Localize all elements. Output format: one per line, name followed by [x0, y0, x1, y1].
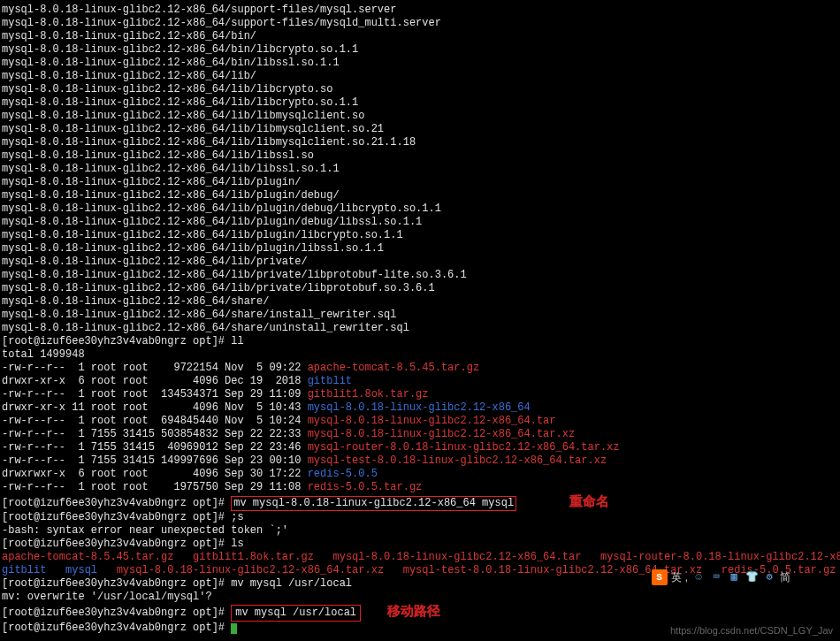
- ls-item: gitblit: [2, 564, 46, 576]
- ls-item: mysql-8.0.18-linux-glibc2.12-x86_64.tar: [332, 551, 581, 563]
- tar-extract-line: mysql-8.0.18-linux-glibc2.12-x86_64/lib/…: [2, 136, 838, 149]
- mv-overwrite: mv: overwrite '/usr/local/mysql'?: [2, 591, 838, 604]
- tar-extract-line: mysql-8.0.18-linux-glibc2.12-x86_64/lib/…: [2, 110, 838, 123]
- ime-keyboard-icon[interactable]: ⌨: [709, 570, 723, 584]
- bash-error: -bash: syntax error near unexpected toke…: [2, 524, 838, 538]
- prompt-ll: [root@izuf6ee30yhz3v4vab0ngrz opt]# ll: [2, 335, 838, 348]
- terminal-output[interactable]: mysql-8.0.18-linux-glibc2.12-x86_64/supp…: [0, 0, 840, 638]
- tar-extract-line: mysql-8.0.18-linux-glibc2.12-x86_64/lib/…: [2, 176, 838, 189]
- tar-extract-line: mysql-8.0.18-linux-glibc2.12-x86_64/supp…: [2, 4, 838, 17]
- ls-item: gitblit1.8ok.tar.gz: [193, 551, 314, 563]
- tar-extract-line: mysql-8.0.18-linux-glibc2.12-x86_64/lib/: [2, 70, 838, 83]
- prompt-mv3: [root@izuf6ee30yhz3v4vab0ngrz opt]# mv m…: [2, 604, 838, 622]
- tar-extract-line: mysql-8.0.18-linux-glibc2.12-x86_64/lib/…: [2, 229, 838, 242]
- ls-item: apache-tomcat-8.5.45.tar.gz: [2, 551, 173, 563]
- tar-extract-line: mysql-8.0.18-linux-glibc2.12-x86_64/supp…: [2, 17, 838, 30]
- tar-extract-line: mysql-8.0.18-linux-glibc2.12-x86_64/lib/…: [2, 96, 838, 110]
- ime-lang-label[interactable]: 英: [671, 571, 682, 584]
- tar-extract-line: mysql-8.0.18-linux-glibc2.12-x86_64/lib/…: [2, 163, 838, 176]
- ls-item: mysql-8.0.18-linux-glibc2.12-x86_64.tar.…: [117, 564, 384, 576]
- tar-extract-line: mysql-8.0.18-linux-glibc2.12-x86_64/shar…: [2, 309, 838, 322]
- tar-extract-line: mysql-8.0.18-linux-glibc2.12-x86_64/bin/…: [2, 57, 838, 70]
- watermark: https://blog.csdn.net/CSDN_LGY_Jav: [670, 624, 833, 637]
- annotation-move: 移动路径: [387, 603, 440, 618]
- prompt-semicolon: [root@izuf6ee30yhz3v4vab0ngrz opt]# ;s: [2, 511, 838, 524]
- tar-extract-line: mysql-8.0.18-linux-glibc2.12-x86_64/lib/…: [2, 123, 838, 136]
- tar-extract-line: mysql-8.0.18-linux-glibc2.12-x86_64/lib/…: [2, 149, 838, 163]
- tar-extract-line: mysql-8.0.18-linux-glibc2.12-x86_64/bin/: [2, 30, 838, 43]
- ll-row: drwxr-xr-x 6 root root 4096 Dec 19 2018 …: [2, 375, 838, 388]
- ll-row: drwxr-xr-x 11 root root 4096 Nov 5 10:43…: [2, 401, 838, 415]
- prompt-mv1: [root@izuf6ee30yhz3v4vab0ngrz opt]# mv m…: [2, 494, 838, 511]
- ime-smiley-icon[interactable]: ☺: [691, 570, 706, 584]
- ll-row: -rw-r--r-- 1 7155 31415 149997696 Sep 23…: [2, 454, 838, 468]
- annotation-rename: 重命名: [569, 493, 609, 508]
- ls-item: mysql-router-8.0.18-linux-glibc2.12-x86_…: [600, 551, 840, 563]
- ime-grid-icon[interactable]: ▦: [727, 570, 741, 584]
- ll-row: -rw-r--r-- 1 root root 134534371 Sep 29 …: [2, 388, 838, 401]
- ll-row: -rw-r--r-- 1 7155 31415 503854832 Sep 22…: [2, 428, 838, 441]
- ls-output-row1: apache-tomcat-8.5.45.tar.gz gitblit1.8ok…: [2, 551, 838, 564]
- ime-punct-icon[interactable]: ,: [685, 571, 688, 584]
- ll-row: -rw-r--r-- 1 root root 1975750 Sep 29 11…: [2, 481, 838, 494]
- tar-extract-line: mysql-8.0.18-linux-glibc2.12-x86_64/lib/…: [2, 189, 838, 202]
- tar-extract-line: mysql-8.0.18-linux-glibc2.12-x86_64/lib/…: [2, 256, 838, 269]
- ll-row: drwxrwxr-x 6 root root 4096 Sep 30 17:22…: [2, 468, 838, 481]
- tar-extract-line: mysql-8.0.18-linux-glibc2.12-x86_64/shar…: [2, 322, 838, 335]
- tar-extract-line: mysql-8.0.18-linux-glibc2.12-x86_64/lib/…: [2, 269, 838, 282]
- prompt-ls: [root@izuf6ee30yhz3v4vab0ngrz opt]# ls: [2, 538, 838, 551]
- cursor: [231, 623, 237, 634]
- ime-toolbar[interactable]: S 英 , ☺ ⌨ ▦ 👕 ⚙ 简: [652, 569, 790, 585]
- tar-extract-line: mysql-8.0.18-linux-glibc2.12-x86_64/lib/…: [2, 202, 838, 216]
- ll-row: -rw-r--r-- 1 root root 694845440 Nov 5 1…: [2, 415, 838, 428]
- ime-jian-icon[interactable]: 简: [780, 571, 790, 584]
- ime-settings-icon[interactable]: ⚙: [762, 570, 776, 584]
- tar-extract-line: mysql-8.0.18-linux-glibc2.12-x86_64/lib/…: [2, 83, 838, 96]
- ll-row: -rw-r--r-- 1 root root 9722154 Nov 5 09:…: [2, 362, 838, 375]
- tar-extract-line: mysql-8.0.18-linux-glibc2.12-x86_64/bin/…: [2, 43, 838, 57]
- tar-extract-line: mysql-8.0.18-linux-glibc2.12-x86_64/lib/…: [2, 282, 838, 295]
- total-line: total 1499948: [2, 348, 838, 362]
- tar-extract-line: mysql-8.0.18-linux-glibc2.12-x86_64/lib/…: [2, 216, 838, 229]
- sogou-logo-icon[interactable]: S: [652, 569, 668, 585]
- tar-extract-line: mysql-8.0.18-linux-glibc2.12-x86_64/lib/…: [2, 242, 838, 256]
- mv-rename-cmd: mv mysql-8.0.18-linux-glibc2.12-x86_64 m…: [231, 496, 516, 511]
- ll-row: -rw-r--r-- 1 7155 31415 40969012 Sep 22 …: [2, 441, 838, 454]
- ls-item: mysql: [65, 564, 97, 576]
- tar-extract-line: mysql-8.0.18-linux-glibc2.12-x86_64/shar…: [2, 295, 838, 309]
- mv-move-cmd: mv mysql /usr/local: [231, 605, 361, 622]
- ime-skin-icon[interactable]: 👕: [745, 570, 759, 584]
